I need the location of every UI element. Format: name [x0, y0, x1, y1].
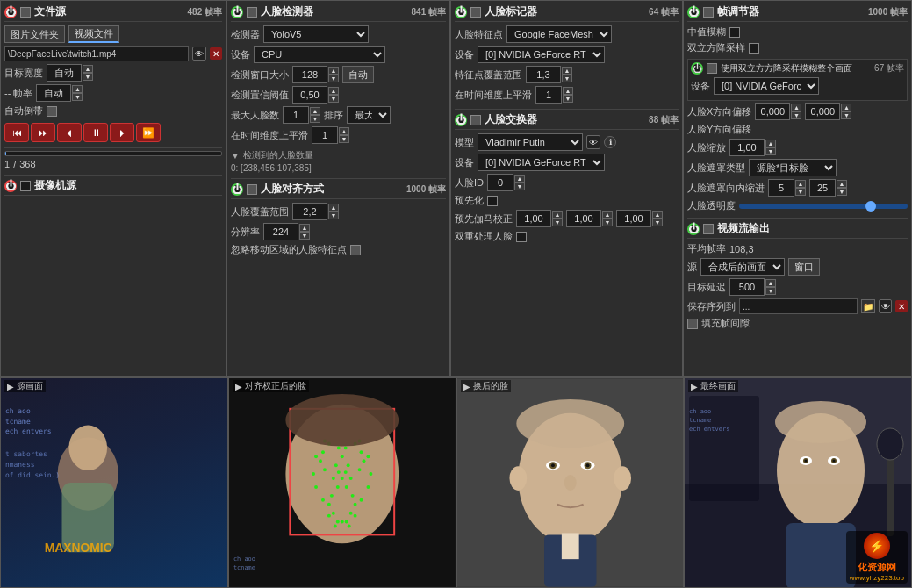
blur-down[interactable]: ▼: [837, 188, 847, 196]
face-id-up[interactable]: ▲: [514, 175, 525, 183]
auto-btn[interactable]: 自动: [342, 66, 374, 83]
face-marker-power[interactable]: ⏻: [455, 6, 467, 18]
face-x-up-2[interactable]: ▲: [841, 104, 851, 111]
sub-panel-enable[interactable]: [707, 63, 717, 74]
face-x-input-2[interactable]: [805, 103, 840, 120]
feature-range-down[interactable]: ▼: [562, 75, 572, 82]
threshold-down[interactable]: ▼: [328, 95, 339, 103]
window-size-up[interactable]: ▲: [328, 67, 339, 75]
save-eye-icon[interactable]: 👁: [879, 299, 893, 313]
file-source-enable[interactable]: [20, 7, 31, 18]
frame-adj-power[interactable]: ⏻: [687, 6, 700, 18]
smooth-down[interactable]: ▼: [339, 135, 349, 143]
face-marker-enable[interactable]: [470, 7, 481, 18]
window-size-input[interactable]: [292, 66, 327, 83]
pre-color-input-3[interactable]: [616, 210, 651, 227]
center-model-checkbox[interactable]: [729, 27, 740, 38]
face-x-down-2[interactable]: ▼: [841, 111, 851, 119]
save-path-input[interactable]: [739, 298, 858, 314]
file-eye-icon[interactable]: 👁: [192, 47, 206, 61]
resolution-input[interactable]: [263, 223, 298, 240]
target-width-down[interactable]: ▼: [83, 73, 93, 81]
face-id-input[interactable]: [487, 174, 513, 191]
inner-input[interactable]: [768, 179, 794, 197]
detector-select[interactable]: YoloV5: [263, 25, 369, 43]
pre-color-down-3[interactable]: ▼: [652, 219, 663, 226]
window-btn[interactable]: 窗口: [788, 258, 820, 276]
rate-up[interactable]: ▲: [72, 85, 83, 93]
max-faces-up[interactable]: ▲: [310, 107, 320, 115]
face-scale-input[interactable]: [729, 139, 765, 156]
face-x-up-1[interactable]: ▲: [791, 104, 801, 111]
sub-device-select[interactable]: [0] NVIDIA GeForce: [714, 77, 819, 95]
ignore-moving-checkbox[interactable]: [350, 245, 361, 255]
dual-process-checkbox[interactable]: [516, 232, 527, 242]
marker-smooth-up[interactable]: ▲: [563, 87, 573, 95]
feature-range-input[interactable]: [526, 66, 561, 83]
marker-device-select[interactable]: [0] NVIDIA GeForce RTX 3: [478, 46, 605, 63]
model-select[interactable]: Vladimir Putin: [478, 133, 583, 151]
delay-up[interactable]: ▲: [765, 279, 776, 287]
pre-color-down-2[interactable]: ▼: [602, 219, 613, 226]
pre-color-up-2[interactable]: ▲: [602, 211, 613, 219]
face-x-down-1[interactable]: ▼: [791, 111, 801, 119]
face-detector-power[interactable]: ⏻: [231, 6, 243, 18]
face-scale-down[interactable]: ▼: [765, 147, 776, 155]
face-align-enable[interactable]: [247, 184, 257, 195]
model-info-icon[interactable]: ℹ: [604, 136, 616, 148]
smooth-up[interactable]: ▲: [339, 127, 349, 135]
marker-smooth-input[interactable]: [535, 86, 562, 104]
action-btn-4[interactable]: ⏸: [83, 123, 108, 142]
rate-down[interactable]: ▼: [72, 93, 83, 101]
inner-down[interactable]: ▼: [795, 188, 806, 196]
face-id-down[interactable]: ▼: [514, 183, 525, 190]
file-close-icon[interactable]: ✕: [210, 47, 222, 60]
feature-range-up[interactable]: ▲: [562, 67, 572, 75]
face-coverage-down[interactable]: ▼: [328, 212, 339, 219]
face-detector-enable[interactable]: [247, 7, 257, 18]
target-width-up[interactable]: ▲: [83, 65, 93, 73]
sub-panel-power[interactable]: ⏻: [691, 62, 703, 75]
pre-color-input-2[interactable]: [566, 210, 601, 227]
opacity-slider[interactable]: [739, 204, 908, 209]
action-btn-6[interactable]: ⏩: [136, 123, 161, 142]
face-swapper-enable[interactable]: [470, 115, 481, 125]
face-coverage-input[interactable]: [292, 203, 327, 220]
action-btn-5[interactable]: ⏵: [110, 123, 134, 142]
double-sample-checkbox[interactable]: [749, 43, 759, 54]
fill-gaps-checkbox[interactable]: [687, 319, 698, 329]
face-scale-up[interactable]: ▲: [765, 140, 776, 147]
threshold-up[interactable]: ▲: [328, 87, 339, 95]
sort-select[interactable]: 最大: [347, 106, 391, 124]
camera-enable[interactable]: [20, 181, 31, 191]
delay-down[interactable]: ▼: [765, 287, 776, 295]
device-select[interactable]: CPU: [254, 46, 385, 63]
pre-color-input-1[interactable]: [516, 210, 551, 227]
pre-sharpen-checkbox[interactable]: [487, 196, 498, 206]
tab-image-folder[interactable]: 图片文件夹: [4, 25, 65, 43]
smooth-input[interactable]: [312, 126, 338, 144]
frame-adj-enable[interactable]: [703, 7, 714, 18]
face-align-power[interactable]: ⏻: [231, 183, 243, 196]
camera-power[interactable]: ⏻: [4, 180, 17, 192]
face-x-input-1[interactable]: [755, 103, 790, 120]
swap-device-select[interactable]: [0] NVIDIA GeForce RTX: [478, 154, 605, 171]
file-path-input[interactable]: [4, 46, 189, 61]
video-output-power[interactable]: ⏻: [687, 223, 700, 235]
delay-input[interactable]: [729, 278, 765, 296]
mask-type-select[interactable]: 源脸*目标脸: [749, 159, 837, 176]
blur-input[interactable]: [809, 179, 836, 197]
blur-up[interactable]: ▲: [837, 180, 847, 188]
pre-color-up-3[interactable]: ▲: [652, 211, 663, 219]
window-size-down[interactable]: ▼: [328, 75, 339, 82]
resolution-down[interactable]: ▼: [299, 232, 310, 240]
action-btn-2[interactable]: ⏭: [31, 123, 55, 142]
face-coverage-up[interactable]: ▲: [328, 204, 339, 212]
threshold-input[interactable]: [292, 86, 327, 104]
max-faces-input[interactable]: [283, 106, 309, 124]
target-width-input[interactable]: [47, 64, 82, 82]
tab-video-file[interactable]: 视频文件: [68, 25, 119, 43]
resolution-up[interactable]: ▲: [299, 224, 310, 232]
inner-up[interactable]: ▲: [795, 180, 806, 188]
rate-input[interactable]: [36, 84, 71, 102]
